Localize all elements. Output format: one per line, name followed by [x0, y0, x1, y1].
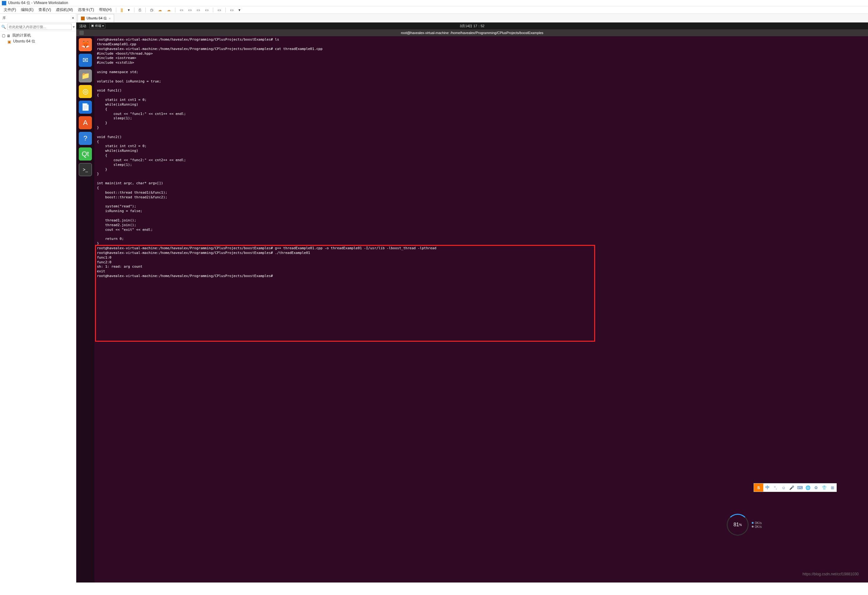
- play-dropdown-icon[interactable]: ▾: [125, 8, 132, 12]
- collapse-icon: ▢: [2, 34, 5, 38]
- sidebar-tree: ▢ 🖥 我的计算机 ▣ Ubuntu 64 位: [0, 31, 76, 46]
- ubuntu-launcher: 🦊✉📁◎📄A?Qt>_: [76, 36, 94, 583]
- thunderbird-icon[interactable]: ✉: [79, 54, 92, 67]
- ime-item-6[interactable]: 👕: [820, 483, 828, 492]
- download-dot-icon: [752, 526, 754, 527]
- ime-toolbar[interactable]: S 中 °,☺🎤⌨🌐⚙👕⊞: [754, 483, 837, 492]
- vm-tab-strip: Ubuntu 64 位 ×: [76, 14, 868, 22]
- watermark-text: https://blog.csdn.net/ccf19881030: [803, 572, 859, 576]
- qtcreator-icon[interactable]: Qt: [79, 147, 92, 161]
- download-rate: 0K/s: [755, 525, 762, 529]
- search-dropdown-icon[interactable]: ▾: [73, 25, 75, 29]
- ime-item-0[interactable]: °,: [771, 483, 779, 492]
- ime-item-7[interactable]: ⊞: [828, 483, 836, 492]
- terminal-icon[interactable]: >_: [79, 163, 92, 176]
- vm-tab-ubuntu[interactable]: Ubuntu 64 位 ×: [78, 14, 114, 22]
- menu-edit[interactable]: 编辑(E): [18, 7, 36, 12]
- search-icon: 🔍: [1, 25, 6, 29]
- ime-item-2[interactable]: 🎤: [788, 483, 796, 492]
- vm-tab-icon: [81, 16, 85, 20]
- vm-tab-close-icon[interactable]: ×: [109, 16, 111, 20]
- tree-root-label: 我的计算机: [12, 33, 31, 38]
- terminal-title-text: root@havealex-virtual-machine: /home/hav…: [401, 31, 543, 35]
- tree-child-label: Ubuntu 64 位: [13, 39, 35, 44]
- app-icon: [2, 1, 6, 5]
- view-icon-4[interactable]: ▭: [202, 8, 211, 12]
- view-icon-1[interactable]: ▭: [177, 8, 186, 12]
- cpu-percent: 81: [734, 522, 739, 527]
- menu-vm[interactable]: 虚拟机(M): [53, 7, 75, 12]
- snapshot-icon[interactable]: ☁: [156, 8, 164, 12]
- ubuntu-clock[interactable]: 3月14日 17：52: [460, 24, 484, 28]
- vm-icon: ▣: [7, 40, 12, 43]
- pause-button[interactable]: ||: [118, 8, 125, 12]
- tree-node-my-computer[interactable]: ▢ 🖥 我的计算机: [2, 32, 74, 38]
- unity-dropdown-icon[interactable]: ▾: [236, 8, 243, 12]
- ubuntu-app-indicator[interactable]: ▣ 终端 ▾: [89, 24, 105, 28]
- revert-icon[interactable]: ☁: [164, 8, 173, 12]
- ime-item-5[interactable]: ⚙: [812, 483, 820, 492]
- main-area: Ubuntu 64 位 × 活动 ▣ 终端 ▾ 3月14日 17：52 . ro…: [76, 14, 868, 583]
- menu-file[interactable]: 文件(F): [1, 7, 18, 12]
- ime-logo-icon[interactable]: S: [754, 483, 763, 492]
- software-icon[interactable]: A: [79, 116, 92, 129]
- ime-lang-button[interactable]: 中: [763, 483, 771, 492]
- workspace: 库 × 🔍 ▾ ▢ 🖥 我的计算机 ▣ Ubuntu 64 位 Ub: [0, 14, 868, 583]
- terminal-title-bar: root@havealex-virtual-machine: /home/hav…: [76, 29, 868, 36]
- unity-icon[interactable]: ▭: [227, 8, 236, 12]
- view-icon-2[interactable]: ▭: [186, 8, 194, 12]
- ime-item-3[interactable]: ⌨: [796, 483, 804, 492]
- sidebar-tab-close-icon[interactable]: ×: [72, 16, 74, 20]
- ubuntu-activities[interactable]: 活动: [80, 24, 86, 28]
- upload-rate: 0K/s: [755, 521, 762, 525]
- terminal-body[interactable]: root@havealex-virtual-machine:/home/have…: [94, 36, 868, 583]
- search-input[interactable]: [7, 24, 72, 30]
- sidebar-search: 🔍 ▾: [0, 22, 76, 31]
- sidebar-tab-strip: 库 ×: [0, 14, 76, 22]
- upload-dot-icon: [752, 522, 754, 524]
- menu-bar: 文件(F) 编辑(E) 查看(V) 虚拟机(M) 选项卡(T) 帮助(H) ||…: [0, 6, 868, 14]
- clock-icon[interactable]: ◷: [148, 8, 156, 12]
- cpu-ring-icon: 81%: [727, 514, 748, 536]
- dropdown-icon: ▾: [102, 24, 104, 28]
- sep: [134, 7, 134, 12]
- sidebar: 库 × 🔍 ▾ ▢ 🖥 我的计算机 ▣ Ubuntu 64 位: [0, 14, 76, 583]
- net-rows: 0K/s 0K/s: [752, 521, 762, 529]
- sep: [213, 7, 213, 12]
- vm-display: 🦊✉📁◎📄A?Qt>_ root@havealex-virtual-machin…: [76, 36, 868, 583]
- help-icon[interactable]: ?: [79, 132, 92, 145]
- tree-node-ubuntu[interactable]: ▣ Ubuntu 64 位: [2, 38, 74, 44]
- writer-icon[interactable]: 📄: [79, 100, 92, 114]
- sep: [225, 7, 226, 12]
- cpu-unit: %: [739, 523, 742, 527]
- rhythmbox-icon[interactable]: ◎: [79, 85, 92, 98]
- sidebar-tab-label: 库: [3, 16, 6, 20]
- menu-view[interactable]: 查看(V): [36, 7, 53, 12]
- view-icon-3[interactable]: ▭: [194, 8, 202, 12]
- vm-tab-label: Ubuntu 64 位: [87, 16, 107, 21]
- ubuntu-top-bar: 活动 ▣ 终端 ▾ 3月14日 17：52 .: [76, 22, 868, 29]
- sep: [145, 7, 146, 12]
- sidebar-tab-library[interactable]: 库: [0, 16, 9, 20]
- fullscreen-icon[interactable]: ▭: [215, 8, 223, 12]
- system-monitor-widget: 81% 0K/s 0K/s: [727, 514, 762, 536]
- files-icon[interactable]: 📁: [79, 69, 92, 82]
- ime-item-1[interactable]: ☺: [779, 483, 788, 492]
- menu-sep: [116, 7, 116, 12]
- window-title-bar: Ubuntu 64 位 - VMware Workstation: [0, 0, 868, 6]
- computer-icon: 🖥: [7, 34, 11, 37]
- menu-help[interactable]: 帮助(H): [97, 7, 114, 12]
- window-title: Ubuntu 64 位 - VMware Workstation: [8, 0, 68, 6]
- gnome-window-corner: [80, 31, 84, 35]
- gnome-corner-icon[interactable]: [80, 31, 84, 35]
- menu-tabs[interactable]: 选项卡(T): [75, 7, 96, 12]
- firefox-icon[interactable]: 🦊: [79, 38, 92, 51]
- print-icon[interactable]: ⎙: [136, 8, 143, 12]
- ime-item-4[interactable]: 🌐: [804, 483, 812, 492]
- terminal-indicator-icon: ▣: [91, 24, 94, 28]
